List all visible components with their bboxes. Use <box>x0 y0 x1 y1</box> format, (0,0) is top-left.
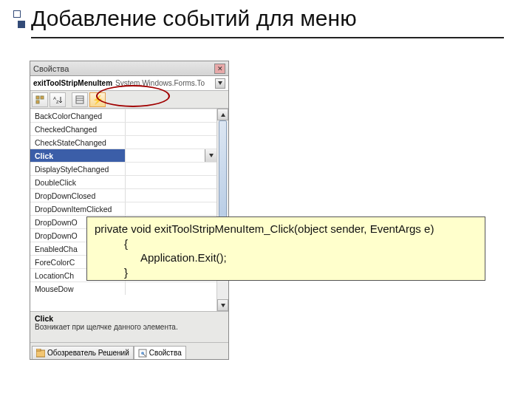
code-line-2: { <box>95 236 477 251</box>
close-button[interactable]: ✕ <box>214 64 225 74</box>
code-line-4: } <box>95 265 477 280</box>
event-value-cell[interactable] <box>125 189 216 202</box>
scroll-down-button[interactable] <box>217 299 228 311</box>
svg-rect-5 <box>76 96 83 103</box>
event-value-cell[interactable] <box>125 149 216 162</box>
event-dropdown-icon[interactable] <box>205 149 216 162</box>
title-underline <box>31 37 504 38</box>
event-name: CheckStateChanged <box>30 138 125 147</box>
lightning-icon: ⚡ <box>92 95 103 105</box>
event-row[interactable]: CheckedChanged <box>30 122 216 135</box>
event-row[interactable]: DisplayStyleChanged <box>30 162 216 175</box>
alphabetical-button[interactable]: AZ <box>50 92 66 107</box>
event-row[interactable]: CheckStateChanged <box>30 135 216 149</box>
scroll-thumb[interactable] <box>219 120 227 219</box>
event-row[interactable]: Click <box>30 149 216 162</box>
solution-explorer-icon <box>36 349 45 358</box>
event-value-cell[interactable] <box>125 123 216 135</box>
event-row[interactable]: DropDownClosed <box>30 188 216 202</box>
event-row[interactable]: DropDownItemClicked <box>30 202 216 215</box>
tab-solution-explorer[interactable]: Обозреватель Решений <box>32 346 134 359</box>
object-dropdown-icon[interactable] <box>215 78 225 89</box>
event-name: DropDownClosed <box>30 191 125 200</box>
decor-square-fill <box>18 21 25 28</box>
event-name: CheckedChanged <box>30 125 125 134</box>
event-name: MouseDow <box>30 284 125 293</box>
properties-titlebar: Свойства ✕ <box>30 61 228 76</box>
tab-label: Свойства <box>149 349 182 357</box>
event-row[interactable]: MouseDow <box>30 282 216 295</box>
events-list: BackColorChangedCheckedChangedCheckState… <box>30 109 228 312</box>
event-name: DoubleClick <box>30 178 125 187</box>
code-callout: private void exitToolStripMenuItem_Click… <box>86 216 485 281</box>
event-name: BackColorChanged <box>30 112 125 120</box>
scroll-up-button[interactable] <box>217 109 228 120</box>
tab-label: Обозреватель Решений <box>47 349 129 357</box>
properties-button[interactable] <box>72 92 88 107</box>
description-panel: Click Возникает при щелчке данного элеме… <box>30 312 228 343</box>
slide-title: Добавление событий для меню <box>31 6 357 31</box>
event-row[interactable]: DoubleClick <box>30 175 216 188</box>
events-button[interactable]: ⚡ <box>89 92 106 107</box>
decor-square-outline <box>13 10 21 18</box>
svg-text:Z: Z <box>56 100 59 104</box>
svg-rect-1 <box>36 100 39 103</box>
tab-properties[interactable]: Свойства <box>134 346 186 359</box>
object-selector[interactable]: exitToolStripMenuItem System.Windows.For… <box>30 76 228 91</box>
svg-rect-2 <box>41 96 44 99</box>
event-value-cell[interactable] <box>125 202 216 215</box>
event-value-cell[interactable] <box>125 163 216 175</box>
event-value-cell[interactable] <box>125 176 216 188</box>
description-text: Возникает при щелчке данного элемента. <box>35 323 224 331</box>
categorized-button[interactable] <box>32 92 48 107</box>
bottom-tabs: Обозреватель Решений Свойства <box>30 343 228 359</box>
event-name: DisplayStyleChanged <box>30 165 125 174</box>
object-type: System.Windows.Forms.To <box>115 79 205 87</box>
properties-toolbar: AZ ⚡ <box>30 91 228 109</box>
description-title: Click <box>35 314 224 323</box>
code-line-1: private void exitToolStripMenuItem_Click… <box>95 222 477 236</box>
properties-window: Свойства ✕ exitToolStripMenuItem System.… <box>30 61 229 360</box>
event-name: DropDownItemClicked <box>30 205 125 214</box>
svg-rect-0 <box>36 96 39 99</box>
code-line-3: Application.Exit(); <box>95 250 477 265</box>
object-name: exitToolStripMenuItem <box>33 79 112 87</box>
properties-title: Свойства <box>33 64 69 73</box>
event-value-cell[interactable] <box>125 109 216 122</box>
event-value-cell[interactable] <box>125 136 216 149</box>
event-value-cell[interactable] <box>125 282 216 295</box>
event-name: Click <box>30 151 125 160</box>
event-row[interactable]: BackColorChanged <box>30 109 216 122</box>
properties-icon <box>138 349 147 358</box>
svg-rect-9 <box>36 349 41 351</box>
